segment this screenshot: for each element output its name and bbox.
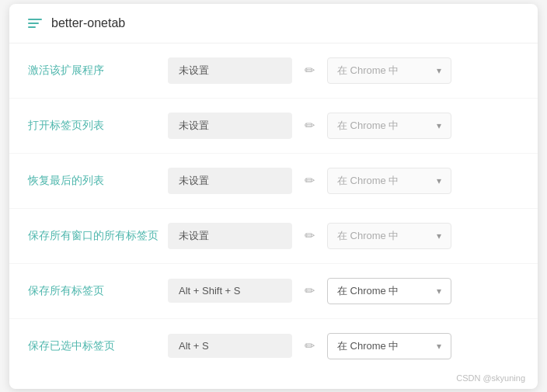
chevron-down-icon: ▾ [437, 120, 441, 131]
key-badge: 未设置 [168, 223, 292, 249]
key-badge: 未设置 [168, 113, 292, 139]
settings-card: better-onetab 激活该扩展程序未设置✏在 Chrome 中▾打开标签… [9, 4, 538, 389]
key-badge: 未设置 [168, 57, 292, 84]
scope-label: 在 Chrome 中 [337, 119, 399, 133]
row-label: 激活该扩展程序 [28, 64, 168, 78]
scope-select: 在 Chrome 中▾ [327, 223, 451, 249]
row-label: 打开标签页列表 [28, 119, 168, 133]
chevron-down-icon: ▾ [437, 231, 441, 241]
scope-select: 在 Chrome 中▾ [327, 168, 451, 194]
edit-icon[interactable]: ✏ [305, 118, 315, 133]
row-label: 恢复最后的列表 [28, 174, 168, 188]
menu-icon [28, 19, 42, 28]
shortcut-row: 保存已选中标签页Alt + S✏在 Chrome 中▾ [9, 319, 538, 373]
row-label: 保存所有标签页 [28, 284, 168, 298]
shortcut-row: 保存所有标签页Alt + Shift + S✏在 Chrome 中▾ [9, 264, 538, 319]
shortcut-row: 恢复最后的列表未设置✏在 Chrome 中▾ [9, 154, 538, 209]
shortcut-row: 激活该扩展程序未设置✏在 Chrome 中▾ [9, 43, 538, 99]
edit-icon[interactable]: ✏ [305, 338, 315, 353]
key-badge: 未设置 [168, 168, 292, 194]
scope-select: 在 Chrome 中▾ [327, 57, 451, 84]
shortcut-row: 保存所有窗口的所有标签页未设置✏在 Chrome 中▾ [9, 209, 538, 264]
header-icon [28, 19, 42, 28]
watermark-text: CSDN @skyuning [456, 373, 525, 383]
chevron-down-icon: ▾ [437, 65, 441, 76]
scope-select[interactable]: 在 Chrome 中▾ [327, 278, 451, 304]
edit-icon[interactable]: ✏ [305, 63, 315, 78]
key-badge: Alt + Shift + S [168, 279, 292, 303]
scope-select[interactable]: 在 Chrome 中▾ [327, 333, 451, 359]
key-badge: Alt + S [168, 334, 292, 358]
scope-select: 在 Chrome 中▾ [327, 113, 451, 139]
scope-label: 在 Chrome 中 [337, 174, 399, 188]
edit-icon[interactable]: ✏ [305, 228, 315, 243]
chevron-down-icon: ▾ [437, 286, 441, 297]
card-header: better-onetab [9, 4, 538, 43]
scope-label: 在 Chrome 中 [337, 229, 399, 243]
row-label: 保存已选中标签页 [28, 339, 168, 353]
shortcut-row: 打开标签页列表未设置✏在 Chrome 中▾ [9, 99, 538, 154]
scope-label: 在 Chrome 中 [337, 64, 399, 78]
app-title: better-onetab [51, 16, 125, 30]
scope-label: 在 Chrome 中 [337, 284, 399, 298]
row-label: 保存所有窗口的所有标签页 [28, 229, 168, 243]
scope-label: 在 Chrome 中 [337, 339, 399, 353]
edit-icon[interactable]: ✏ [305, 173, 315, 188]
edit-icon[interactable]: ✏ [305, 283, 315, 298]
chevron-down-icon: ▾ [437, 341, 441, 352]
shortcuts-list: 激活该扩展程序未设置✏在 Chrome 中▾打开标签页列表未设置✏在 Chrom… [9, 43, 538, 373]
chevron-down-icon: ▾ [437, 175, 441, 186]
